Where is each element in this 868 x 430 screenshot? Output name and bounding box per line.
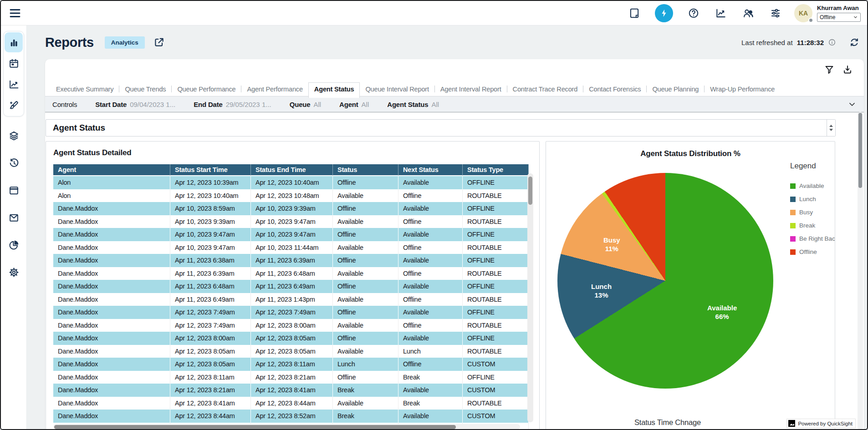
pie-chart[interactable]: Available66%Lunch13%Busy11%	[557, 173, 773, 389]
scrollbar-thumb[interactable]	[858, 113, 862, 188]
table-cell: Apr 11, 2023 6:49am	[251, 280, 333, 293]
sidebar-item-layers-icon[interactable]	[5, 127, 23, 144]
table-row[interactable]: Dane.MaddoxApr 10, 2023 8:59amApr 10, 20…	[53, 202, 529, 215]
column-header[interactable]: Status End Time	[251, 164, 333, 176]
tab-executive-summary[interactable]: Executive Summary	[51, 83, 119, 96]
table-row[interactable]: Dane.MaddoxApr 12, 2023 7:49amApr 12, 20…	[53, 306, 529, 319]
legend-item-available[interactable]: Available	[790, 182, 835, 189]
table-row[interactable]: Dane.MaddoxApr 12, 2023 8:21amApr 12, 20…	[53, 384, 529, 397]
legend-item-lunch[interactable]: Lunch	[790, 196, 835, 202]
table-cell: OFFLINE	[463, 332, 529, 345]
users-icon[interactable]	[741, 6, 755, 20]
filter-queue[interactable]: QueueAll	[290, 101, 321, 108]
chevron-down-icon	[853, 15, 858, 20]
tab-queue-trends[interactable]: Queue Trends	[119, 83, 171, 96]
table-row[interactable]: Dane.MaddoxApr 10, 2023 9:39amApr 10, 20…	[53, 215, 529, 228]
table-row[interactable]: Dane.MaddoxApr 11, 2023 6:38amApr 11, 20…	[53, 254, 529, 267]
sidebar-item-line-chart-icon[interactable]	[5, 74, 23, 94]
legend-swatch	[790, 210, 796, 215]
column-header[interactable]: Agent	[53, 164, 170, 176]
help-icon[interactable]	[687, 6, 700, 20]
table-cell: ROUTABLE	[463, 293, 529, 306]
sidebar-item-window-icon[interactable]	[5, 182, 23, 198]
sidebar-item-bar-chart-icon[interactable]	[5, 32, 23, 52]
avatar[interactable]: KA	[794, 4, 812, 22]
table-row[interactable]: Dane.MaddoxApr 12, 2023 8:11amApr 12, 20…	[53, 371, 529, 384]
filter-icon[interactable]	[824, 64, 835, 75]
scrollbar-thumb[interactable]	[528, 177, 532, 205]
dashboard-vertical-scrollbar[interactable]	[858, 112, 863, 430]
tab-queue-planning[interactable]: Queue Planning	[647, 83, 704, 96]
sidebar-item-calendar-icon[interactable]	[5, 53, 23, 73]
table-row[interactable]: AlonApr 12, 2023 10:39amApr 12, 2023 10:…	[53, 176, 529, 189]
table-row[interactable]: Dane.MaddoxApr 12, 2023 7:49amApr 12, 20…	[53, 319, 529, 332]
table-cell: Apr 12, 2023 7:49am	[170, 319, 251, 332]
sidebar-item-history-icon[interactable]	[5, 155, 23, 171]
scrollbar-thumb[interactable]	[54, 425, 456, 429]
filter-start-date[interactable]: Start Date09/04/2023 1...	[95, 101, 175, 108]
legend-item-offline[interactable]: Offline	[790, 248, 835, 255]
table-row[interactable]: Dane.MaddoxApr 12, 2023 8:41amApr 12, 20…	[53, 397, 529, 410]
sidebar-item-envelope-icon[interactable]	[5, 209, 23, 226]
table-vertical-scrollbar[interactable]	[527, 173, 533, 422]
tab-queue-performance[interactable]: Queue Performance	[172, 83, 241, 96]
menu-icon[interactable]	[8, 6, 22, 20]
table-cell: Apr 12, 2023 8:41am	[170, 397, 251, 410]
export-icon[interactable]	[842, 64, 853, 75]
table-cell: Available	[333, 345, 398, 358]
quicksight-badge: Powered by QuickSight	[786, 419, 856, 428]
column-header[interactable]: Status	[333, 164, 398, 176]
table-row[interactable]: Dane.MaddoxApr 10, 2023 9:47amApr 10, 20…	[53, 228, 529, 241]
table-cell: Available	[398, 202, 463, 215]
tab-agent-status[interactable]: Agent Status	[308, 82, 360, 98]
table-row[interactable]: Dane.MaddoxApr 10, 2023 9:47amApr 10, 20…	[53, 241, 529, 254]
table-row[interactable]: Dane.MaddoxApr 12, 2023 8:44amApr 12, 20…	[53, 410, 529, 423]
chevron-down-icon[interactable]	[848, 100, 857, 109]
table-row[interactable]: Dane.MaddoxApr 12, 2023 8:05amApr 12, 20…	[53, 345, 529, 358]
tab-contact-forensics[interactable]: Contact Forensics	[583, 83, 646, 96]
table-cell: Available	[333, 293, 398, 306]
table-cell: Dane.Maddox	[53, 384, 170, 397]
table-cell: Apr 12, 2023 8:21am	[170, 384, 251, 397]
table-horizontal-scrollbar[interactable]	[53, 424, 520, 430]
tab-agent-performance[interactable]: Agent Performance	[241, 83, 308, 96]
status-select[interactable]: Offline	[817, 13, 861, 22]
legend-item-break[interactable]: Break	[790, 222, 835, 229]
table-cell: OFFLINE	[463, 306, 529, 319]
external-link-icon[interactable]	[153, 36, 165, 48]
chart-title: Agent Status Distribution %	[546, 149, 835, 158]
table-row[interactable]: Dane.MaddoxApr 11, 2023 6:39amApr 11, 20…	[53, 267, 529, 280]
user-name: Khurram Awan	[817, 5, 861, 11]
table-cell: Dane.Maddox	[53, 254, 170, 267]
sidebar-item-pie-chart-icon[interactable]	[5, 237, 23, 253]
sidebar-item-brush-icon[interactable]	[5, 95, 23, 115]
filter-end-date[interactable]: End Date29/05/2023 1...	[194, 101, 271, 108]
table-row[interactable]: Dane.MaddoxApr 11, 2023 6:48amApr 11, 20…	[53, 280, 529, 293]
table-cell: Apr 12, 2023 8:44am	[251, 397, 333, 410]
flash-icon[interactable]	[655, 4, 673, 22]
tab-agent-interval-report[interactable]: Agent Interval Report	[435, 83, 507, 96]
notepad-icon[interactable]	[628, 6, 641, 20]
column-header[interactable]: Next Status	[398, 164, 463, 176]
column-header[interactable]: Status Type	[463, 164, 529, 176]
column-header[interactable]: Status Start Time	[170, 164, 251, 176]
table-cell: CUSTOM	[463, 410, 529, 423]
filter-agent-status[interactable]: Agent StatusAll	[387, 101, 439, 108]
sliders-icon[interactable]	[769, 6, 782, 20]
table-row[interactable]: AlonApr 12, 2023 10:40amApr 12, 2023 10:…	[53, 189, 529, 202]
tab-contract-trace-record[interactable]: Contract Trace Record	[507, 83, 583, 96]
tab-wrap-up-performance[interactable]: Wrap-Up Performance	[705, 83, 780, 96]
table-cell: ROUTABLE	[463, 215, 529, 228]
tab-queue-interval-report[interactable]: Queue Interval Report	[360, 83, 434, 96]
sidebar-item-gear-icon[interactable]	[5, 264, 23, 280]
legend-item-be-right-back[interactable]: Be Right Back	[790, 235, 835, 242]
table-row[interactable]: Dane.MaddoxApr 12, 2023 8:00amApr 12, 20…	[53, 332, 529, 345]
filter-agent[interactable]: AgentAll	[339, 101, 369, 108]
section-spinner[interactable]	[827, 120, 835, 136]
metrics-icon[interactable]	[714, 6, 728, 20]
table-cell: Available	[333, 319, 398, 332]
refresh-icon[interactable]	[849, 37, 860, 48]
legend-item-busy[interactable]: Busy	[790, 209, 835, 216]
table-row[interactable]: Dane.MaddoxApr 11, 2023 6:49amApr 11, 20…	[53, 293, 529, 306]
table-row[interactable]: Dane.MaddoxApr 12, 2023 8:05amApr 12, 20…	[53, 358, 529, 371]
